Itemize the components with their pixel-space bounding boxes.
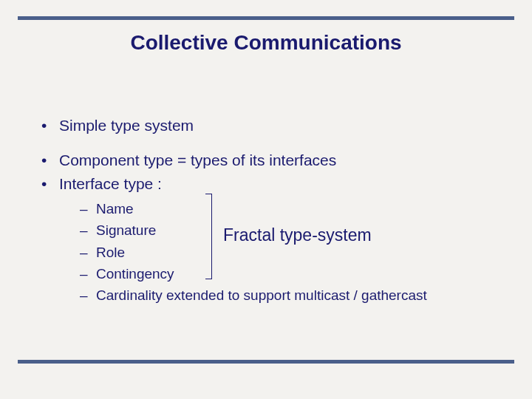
sub-bullet-item: Name: [80, 198, 502, 219]
sub-bullet-item: Cardinality extended to support multicas…: [80, 284, 502, 306]
bullet-item: Component type = types of its interfaces: [41, 149, 502, 173]
annotation-label: Fractal type-system: [223, 225, 372, 245]
top-rule: [18, 16, 514, 20]
bracket-icon: [205, 194, 212, 279]
bullet-item: Simple type system: [41, 114, 502, 138]
bottom-rule: [18, 360, 514, 364]
slide-body: Simple type system Component type = type…: [41, 114, 502, 307]
bullet-text: Interface type :: [59, 175, 162, 192]
bullet-list: Simple type system: [41, 114, 502, 138]
slide-title: Collective Communications: [0, 31, 532, 55]
sub-bullet-list: Name Signature Role Contingency Cardinal…: [59, 198, 502, 307]
sub-bullet-item: Contingency: [80, 263, 502, 284]
slide: Collective Communications Simple type sy…: [0, 0, 532, 399]
